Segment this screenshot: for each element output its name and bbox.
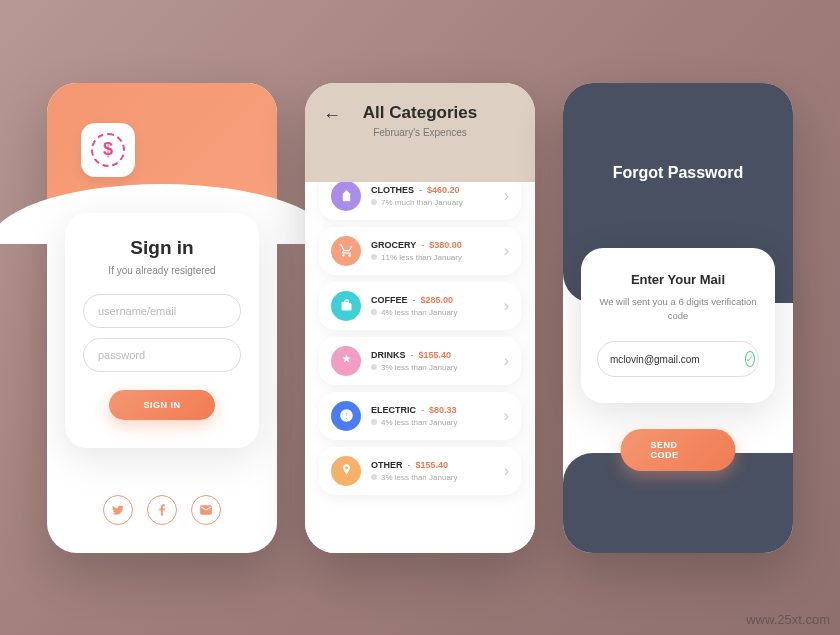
watermark: www.25xt.com xyxy=(746,612,830,627)
app-logo: $ xyxy=(81,123,135,177)
category-icon xyxy=(331,346,361,376)
category-info: OTHER-$155.40 3% less than January xyxy=(371,460,494,482)
category-icon xyxy=(331,236,361,266)
email-icon[interactable] xyxy=(191,495,221,525)
category-icon xyxy=(331,456,361,486)
dash: - xyxy=(411,350,414,360)
categories-title: All Categories xyxy=(325,103,515,123)
chevron-right-icon: › xyxy=(504,242,509,260)
forgot-card-title: Enter Your Mail xyxy=(597,272,759,287)
category-name: OTHER xyxy=(371,460,403,470)
categories-header: ← All Categories February's Expences xyxy=(305,83,535,182)
category-info: GROCERY-$380.00 11% less than January xyxy=(371,240,494,262)
dash: - xyxy=(419,185,422,195)
forgot-card: Enter Your Mail We will sent you a 6 dig… xyxy=(581,248,775,404)
dash: - xyxy=(408,460,411,470)
bullet-icon xyxy=(371,364,377,370)
category-note: 3% less than January xyxy=(381,363,458,372)
category-name: ELECTRIC xyxy=(371,405,416,415)
category-amount: $380.00 xyxy=(429,240,462,250)
bullet-icon xyxy=(371,254,377,260)
category-info: DRINKS-$155.40 3% less than January xyxy=(371,350,494,372)
category-note: 4% less than January xyxy=(381,418,458,427)
bullet-icon xyxy=(371,309,377,315)
send-code-button[interactable]: SEND CODE xyxy=(621,429,736,471)
category-amount: $80.33 xyxy=(429,405,457,415)
email-input[interactable] xyxy=(610,354,737,365)
chevron-right-icon: › xyxy=(504,352,509,370)
category-name: GROCERY xyxy=(371,240,416,250)
categories-list: CLOTHES-$460.20 7% much than January › G… xyxy=(305,158,535,553)
category-item[interactable]: $ ELECTRIC-$80.33 4% less than January › xyxy=(319,392,521,440)
dollar-icon: $ xyxy=(91,133,125,167)
facebook-icon[interactable] xyxy=(147,495,177,525)
signin-card: Sign in If you already resigtered SIGN I… xyxy=(65,213,259,448)
password-input[interactable] xyxy=(83,338,241,372)
category-name: DRINKS xyxy=(371,350,406,360)
categories-screen: ← All Categories February's Expences CLO… xyxy=(305,83,535,553)
category-icon: $ xyxy=(331,401,361,431)
svg-text:$: $ xyxy=(344,410,349,420)
bullet-icon xyxy=(371,474,377,480)
category-amount: $155.40 xyxy=(416,460,449,470)
category-amount: $285.00 xyxy=(421,295,454,305)
category-item[interactable]: COFFEE-$285.00 4% less than January › xyxy=(319,282,521,330)
signin-subtitle: If you already resigtered xyxy=(83,265,241,276)
category-info: COFFEE-$285.00 4% less than January xyxy=(371,295,494,317)
categories-subtitle: February's Expences xyxy=(325,127,515,138)
chevron-right-icon: › xyxy=(504,297,509,315)
signin-title: Sign in xyxy=(83,237,241,259)
forgot-title: Forgot Password xyxy=(613,164,744,182)
dash: - xyxy=(421,240,424,250)
signin-button[interactable]: SIGN IN xyxy=(109,390,214,420)
chevron-right-icon: › xyxy=(504,187,509,205)
category-amount: $155.40 xyxy=(419,350,452,360)
dash: - xyxy=(421,405,424,415)
username-input[interactable] xyxy=(83,294,241,328)
bullet-icon xyxy=(371,199,377,205)
category-note: 4% less than January xyxy=(381,308,458,317)
category-name: CLOTHES xyxy=(371,185,414,195)
forgot-screen: Forgot Password Enter Your Mail We will … xyxy=(563,83,793,553)
category-amount: $460.20 xyxy=(427,185,460,195)
dash: - xyxy=(413,295,416,305)
category-item[interactable]: GROCERY-$380.00 11% less than January › xyxy=(319,227,521,275)
category-note: 11% less than January xyxy=(381,253,462,262)
category-name: COFFEE xyxy=(371,295,408,305)
forgot-card-subtitle: We will sent you a 6 digits verification… xyxy=(597,295,759,324)
twitter-icon[interactable] xyxy=(103,495,133,525)
email-field-wrap: ✓ xyxy=(597,341,759,377)
category-info: ELECTRIC-$80.33 4% less than January xyxy=(371,405,494,427)
chevron-right-icon: › xyxy=(504,462,509,480)
category-note: 3% less than January xyxy=(381,473,458,482)
category-note: 7% much than January xyxy=(381,198,463,207)
category-item[interactable]: DRINKS-$155.40 3% less than January › xyxy=(319,337,521,385)
category-icon xyxy=(331,181,361,211)
category-icon xyxy=(331,291,361,321)
social-row xyxy=(47,495,277,525)
category-info: CLOTHES-$460.20 7% much than January xyxy=(371,185,494,207)
signin-screen: $ Sign in If you already resigtered SIGN… xyxy=(47,83,277,553)
check-icon: ✓ xyxy=(745,351,755,367)
back-icon[interactable]: ← xyxy=(323,105,341,126)
category-item[interactable]: OTHER-$155.40 3% less than January › xyxy=(319,447,521,495)
bullet-icon xyxy=(371,419,377,425)
chevron-right-icon: › xyxy=(504,407,509,425)
